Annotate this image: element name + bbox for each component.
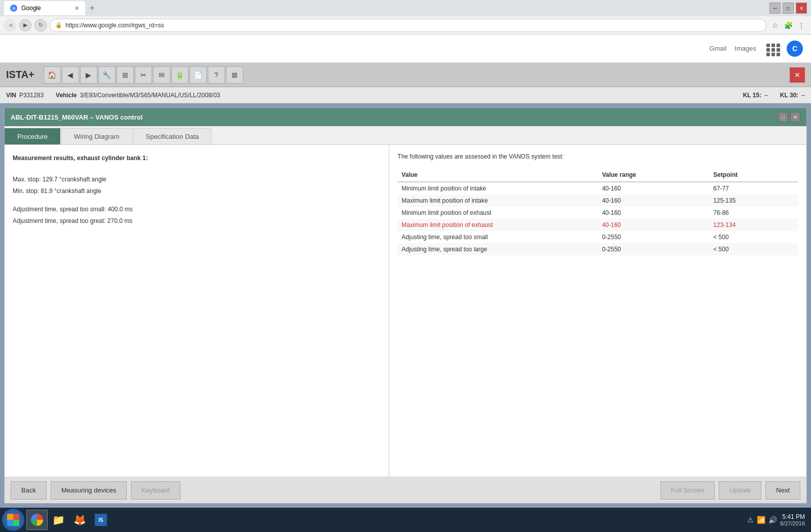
spec-intro: The following values are assessed in the…	[397, 153, 798, 160]
col-header-setpoint: Setpoint	[709, 168, 798, 182]
spec-setpoint-cell: < 500	[709, 243, 798, 255]
ista-app: ISTA+ 🏠 ◀ ▶ 🔧 ⊞ ✂ ✉ 🔋 📄 ? ⊠ ✕ VIN P33128…	[0, 63, 811, 508]
clock-time: 5:41 PM	[780, 513, 805, 520]
network-tray-icon: 📶	[757, 516, 765, 524]
system-clock[interactable]: 5:41 PM 8/27/2016	[780, 513, 805, 526]
tab-specification-data[interactable]: Specification Data	[133, 128, 212, 144]
extensions-icon[interactable]: 🧩	[783, 20, 794, 31]
tab-close-btn[interactable]: ✕	[75, 5, 79, 12]
vehicle-item: Vehicle 3/E93/Convertible/M3/S65/MANUAL/…	[56, 92, 220, 99]
images-link[interactable]: Images	[734, 45, 756, 52]
ista-mail-btn[interactable]: ✉	[153, 66, 170, 84]
taskbar-firefox[interactable]: 🦊	[69, 510, 90, 530]
browser-tab[interactable]: G Google ✕	[4, 1, 85, 15]
taskbar-chrome[interactable]	[26, 510, 48, 530]
ista-scissors-btn[interactable]: ✂	[135, 66, 152, 84]
title-bar: G Google ✕ + ─ □ ✕	[0, 0, 811, 16]
tab-label: Google	[21, 5, 41, 12]
taskbar-folder[interactable]: 📁	[48, 510, 69, 530]
ista-battery-btn[interactable]: 🔋	[171, 66, 189, 84]
main-dialog: ABL-DIT-B1215_M60VAR – VANOS control □ ✕…	[4, 107, 807, 504]
google-apps-btn[interactable]	[764, 42, 779, 56]
google-bar-links: Gmail Images C	[709, 41, 803, 57]
max-stop-label: Max. stop:	[13, 176, 41, 183]
warning-tray-icon: ⚠	[747, 516, 754, 524]
google-bar: Gmail Images C	[0, 34, 811, 63]
taskbar-ista[interactable]: IS	[90, 510, 112, 530]
ista-close-btn[interactable]: ✕	[790, 67, 805, 83]
address-bar[interactable]: 🔒 https://www.google.com/#gws_rd=ss	[50, 19, 766, 32]
ista-grid-btn[interactable]: ⊞	[117, 66, 134, 84]
ista-back-btn[interactable]: ◀	[62, 66, 79, 84]
spec-value-cell: Maximum limit position of exhaust	[397, 219, 598, 231]
vin-value: P331283	[19, 92, 44, 99]
update-btn[interactable]: Update	[719, 481, 761, 500]
volume-tray-icon: 🔊	[768, 516, 777, 524]
vin-bar: VIN P331283 Vehicle 3/E93/Convertible/M3…	[0, 87, 811, 103]
procedure-panel: Measurement results, exhaust cylinder ba…	[5, 145, 389, 477]
kl15-item: KL 15: –	[743, 92, 768, 99]
ista-settings-btn[interactable]: 🔧	[98, 66, 116, 84]
minimize-btn[interactable]: ─	[769, 3, 781, 14]
table-row: Minimum limit position of intake 40-160 …	[397, 182, 798, 195]
kl30-item: KL 30: –	[780, 92, 805, 99]
google-avatar[interactable]: C	[787, 41, 803, 57]
full-screen-btn[interactable]: Full Screen	[660, 481, 715, 500]
min-stop-label: Min. stop:	[13, 187, 39, 195]
ista-box-btn[interactable]: ⊠	[226, 66, 243, 84]
bookmark-star-icon[interactable]: ☆	[769, 20, 781, 31]
adj-small-label: Adjustment time, spread too small:	[13, 206, 106, 213]
lock-icon: 🔒	[55, 22, 62, 28]
kl15-value: –	[764, 92, 768, 99]
close-btn[interactable]: ✕	[796, 3, 807, 14]
back-nav-btn[interactable]: ◀	[4, 19, 16, 31]
dialog-close-btn[interactable]: ✕	[790, 112, 800, 122]
dialog-title: ABL-DIT-B1215_M60VAR – VANOS control	[11, 113, 142, 121]
folder-icon: 📁	[52, 514, 64, 526]
spec-table: Value Value range Setpoint Minimum limit…	[397, 168, 798, 255]
ista-doc-btn[interactable]: 📄	[190, 66, 207, 84]
measuring-devices-btn[interactable]: Measuring devices	[51, 481, 127, 500]
ista-help-btn[interactable]: ?	[208, 66, 225, 84]
taskbar: 📁 🦊 IS ⚠ 📶 🔊 5:41 PM 8/27/2016	[0, 508, 811, 532]
content-area: Measurement results, exhaust cylinder ba…	[5, 145, 806, 477]
vehicle-value: 3/E93/Convertible/M3/S65/MANUAL/US/LL/20…	[80, 92, 220, 99]
maximize-btn[interactable]: □	[783, 3, 794, 14]
start-button[interactable]	[2, 509, 24, 531]
section-heading: Measurement results, exhaust cylinder ba…	[13, 153, 381, 164]
ista-taskbar-icon: IS	[95, 514, 107, 526]
new-tab-btn[interactable]: +	[85, 1, 99, 15]
refresh-btn[interactable]: ↻	[34, 19, 47, 31]
tab-procedure[interactable]: Procedure	[5, 128, 60, 144]
browser-actions: ☆ 🧩 ⋮	[769, 20, 807, 31]
tab-bar: Procedure Wiring Diagram Specification D…	[5, 126, 806, 145]
ista-title: ISTA+	[6, 69, 34, 81]
ista-forward-btn[interactable]: ▶	[80, 66, 97, 84]
keyboard-btn[interactable]: Keyboard	[131, 481, 180, 500]
spec-value-cell: Adjusting time, spread too small	[397, 231, 598, 243]
gmail-link[interactable]: Gmail	[709, 45, 726, 52]
spec-range-cell: 40-160	[598, 219, 710, 231]
vin-label: VIN	[6, 92, 16, 99]
address-text: https://www.google.com/#gws_rd=ss	[65, 22, 164, 29]
bottom-bar: Back Measuring devices Keyboard Full Scr…	[5, 477, 806, 503]
window-controls: ─ □ ✕	[769, 3, 807, 14]
kl30-label: KL 30:	[780, 92, 798, 99]
forward-nav-btn[interactable]: ▶	[19, 19, 31, 31]
dialog-header: ABL-DIT-B1215_M60VAR – VANOS control □ ✕	[5, 108, 806, 126]
dialog-maximize-btn[interactable]: □	[778, 112, 788, 122]
next-btn[interactable]: Next	[765, 481, 800, 500]
spec-value-cell: Minimum limit position of exhaust	[397, 207, 598, 219]
adj-small-value: 400.0 ms	[107, 206, 132, 213]
spec-range-cell: 40-160	[598, 195, 710, 207]
tab-wiring-diagram[interactable]: Wiring Diagram	[61, 128, 132, 144]
ista-home-btn[interactable]: 🏠	[44, 66, 61, 84]
firefox-icon: 🦊	[73, 514, 86, 526]
chrome-icon	[31, 514, 43, 526]
spec-value-cell: Minimum limit position of intake	[397, 182, 598, 195]
min-stop-line: Min. stop: 81.9 °crankshaft angle	[13, 186, 381, 197]
spec-setpoint-cell: 125-135	[709, 195, 798, 207]
back-btn[interactable]: Back	[11, 481, 47, 500]
adj-great-label: Adjustment time, spread too great:	[13, 217, 105, 224]
menu-icon[interactable]: ⋮	[796, 20, 807, 31]
